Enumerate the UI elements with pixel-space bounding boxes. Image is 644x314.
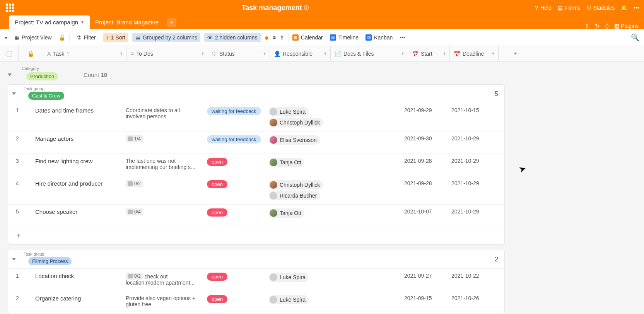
status-cell[interactable]: open — [203, 176, 265, 204]
chevron-down-icon[interactable]: ▼ — [80, 20, 84, 24]
person-chip[interactable]: Tanja Ott — [269, 158, 304, 167]
group-chip[interactable]: Cast & Crew — [28, 92, 64, 100]
collapse-icon[interactable]: ▾ — [5, 34, 7, 41]
person-chip[interactable]: Elisa Svensson — [269, 135, 320, 145]
status-cell[interactable]: waiting for feedback — [203, 131, 265, 154]
task-cell[interactable]: Organize catering — [31, 291, 122, 314]
more-icon[interactable]: ••• — [634, 5, 639, 11]
api-icon[interactable]: ⟨⟩ — [605, 23, 609, 29]
apps-icon[interactable] — [5, 2, 15, 13]
task-cell[interactable]: Choose speaker — [31, 205, 122, 227]
filter-button[interactable]: ⚗ Filter — [73, 33, 99, 42]
start-cell[interactable]: 2021-09-28 — [400, 176, 448, 204]
kanban-view[interactable]: ▥Kanban — [366, 34, 393, 41]
start-cell[interactable]: 2021-10-07 — [400, 205, 448, 227]
person-chip[interactable]: Christoph Dyllick — [269, 118, 323, 127]
table-row[interactable]: 5 Choose speaker 0/4 open Tanja Ott 2021… — [8, 205, 504, 227]
collapse-group-icon[interactable] — [12, 92, 16, 95]
share2-icon[interactable]: ⇪ — [280, 34, 284, 41]
todo-cell[interactable]: Provide also vegan options + gluten free — [122, 291, 203, 314]
docs-cell[interactable] — [342, 131, 400, 154]
collapse-category-icon[interactable] — [8, 73, 12, 76]
start-cell[interactable]: 2021-09-15 — [400, 291, 448, 314]
deadline-cell[interactable]: 2021-10-29 — [448, 131, 494, 154]
docs-cell[interactable] — [342, 154, 400, 176]
todo-cell[interactable]: 0/2 — [122, 176, 203, 204]
table-row[interactable]: 4 Hire director and producer 0/2 open Ch… — [8, 176, 504, 205]
col-status[interactable]: ♡ Status▼ — [208, 46, 270, 61]
status-cell[interactable]: open — [203, 269, 265, 291]
group-chip[interactable]: Filming Process — [28, 257, 72, 265]
person-chip[interactable]: Luke Spira — [269, 273, 309, 282]
responsible-cell[interactable]: Tanja Ott — [265, 205, 342, 227]
docs-cell[interactable] — [342, 205, 400, 227]
task-cell[interactable]: Manage actors — [31, 131, 122, 154]
status-cell[interactable]: open — [203, 154, 265, 176]
lock-column-icon[interactable]: 🔒 — [19, 46, 43, 61]
person-chip[interactable]: Ricarda Bucher — [269, 191, 320, 200]
help-link[interactable]: ?Help — [535, 5, 552, 11]
status-cell[interactable]: waiting for feedback — [203, 103, 265, 131]
col-responsible[interactable]: 👤 Responsible▼ — [270, 46, 331, 61]
col-todos[interactable]: ≡ To Dos▼ — [127, 46, 208, 61]
table-row[interactable]: 1 Location check 0/2 check out location:… — [8, 269, 504, 291]
sort-button[interactable]: ↕ 1 Sort — [103, 33, 128, 42]
docs-cell[interactable] — [342, 176, 400, 204]
responsible-cell[interactable]: Luke SpiraChristoph Dyllick — [265, 103, 342, 131]
share-icon[interactable]: ⇪ — [585, 23, 589, 29]
deadline-cell[interactable]: 2021-10-29 — [448, 176, 494, 204]
task-cell[interactable]: Dates and time frames — [31, 103, 122, 131]
responsible-cell[interactable]: Tanja Ott — [265, 154, 342, 176]
docs-cell[interactable] — [342, 291, 400, 314]
deadline-cell[interactable]: 2021-10-29 — [448, 154, 494, 176]
plugins-button[interactable]: ▦ Plugins — [614, 23, 639, 29]
todo-cell[interactable]: 0/4 — [122, 205, 203, 227]
forms-link[interactable]: ▤Forms — [558, 5, 581, 11]
hidden-cols-button[interactable]: 👁 2 hidden columns — [204, 33, 261, 42]
todo-cell[interactable]: The last one was not implementing our br… — [122, 154, 203, 176]
statistics-link[interactable]: hlStatistics — [586, 5, 615, 11]
status-cell[interactable]: open — [203, 205, 265, 227]
todo-cell[interactable]: Coordinate dates to all involved persons — [122, 103, 203, 131]
deadline-cell[interactable]: 2021-10-26 — [448, 291, 494, 314]
todo-cell[interactable]: 1/4 — [122, 131, 203, 154]
status-cell[interactable]: open — [203, 291, 265, 314]
col-task[interactable]: ATask?▼ — [43, 46, 127, 61]
project-view-button[interactable]: ▦ Project View — [11, 33, 55, 42]
group-button[interactable]: ▤ Grouped by 2 columns — [132, 33, 200, 42]
task-cell[interactable]: Location check — [31, 269, 122, 291]
col-deadline[interactable]: 📅 Deadline▼ — [450, 46, 499, 61]
search-icon[interactable]: 🔍 — [631, 33, 639, 42]
docs-cell[interactable] — [342, 103, 400, 131]
person-chip[interactable]: Luke Spira — [269, 295, 309, 304]
history-icon[interactable]: ↻ — [595, 23, 600, 29]
paint-icon[interactable]: ◆ — [265, 34, 269, 41]
person-chip[interactable]: Tanja Ott — [269, 208, 304, 218]
responsible-cell[interactable]: Elisa Svensson — [265, 131, 342, 154]
col-docs[interactable]: 📄 Docs & Files▼ — [331, 46, 408, 61]
start-cell[interactable]: 2021-09-27 — [400, 269, 448, 291]
col-start[interactable]: 📅 Start▼ — [408, 46, 450, 61]
select-all-checkbox[interactable] — [0, 46, 19, 61]
add-column-button[interactable]: ＋ — [499, 46, 532, 61]
table-row[interactable]: 3 Find new lighting crew The last one wa… — [8, 154, 504, 176]
category-chip[interactable]: Production — [26, 72, 58, 80]
start-cell[interactable]: 2021-09-29 — [400, 103, 448, 131]
collapse-group-icon[interactable] — [12, 258, 16, 261]
add-tab-button[interactable]: + — [167, 18, 176, 27]
lock-open-icon[interactable]: 🔓 — [59, 34, 65, 41]
start-cell[interactable]: 2021-09-28 — [400, 154, 448, 176]
tab-active[interactable]: Project: TV ad campaign ▼ — [9, 15, 90, 29]
person-chip[interactable]: Luke Spira — [269, 107, 309, 116]
responsible-cell[interactable]: Luke Spira — [265, 291, 342, 314]
timeline-view[interactable]: ▤Timeline — [330, 34, 359, 41]
table-row[interactable]: 2 Organize catering Provide also vegan o… — [8, 291, 504, 314]
task-cell[interactable]: Hire director and producer — [31, 176, 122, 204]
row-height-icon[interactable]: ≡ — [273, 34, 276, 41]
task-cell[interactable]: Find new lighting crew — [31, 154, 122, 176]
responsible-cell[interactable]: Christoph DyllickRicarda Bucher — [265, 176, 342, 204]
notifications-icon[interactable]: 🔔 — [621, 5, 627, 11]
table-row[interactable]: 1 Dates and time frames Coordinate dates… — [8, 103, 504, 131]
table-row[interactable]: 2 Manage actors 1/4 waiting for feedback… — [8, 131, 504, 154]
calendar-view[interactable]: ▦Calendar — [292, 34, 323, 41]
